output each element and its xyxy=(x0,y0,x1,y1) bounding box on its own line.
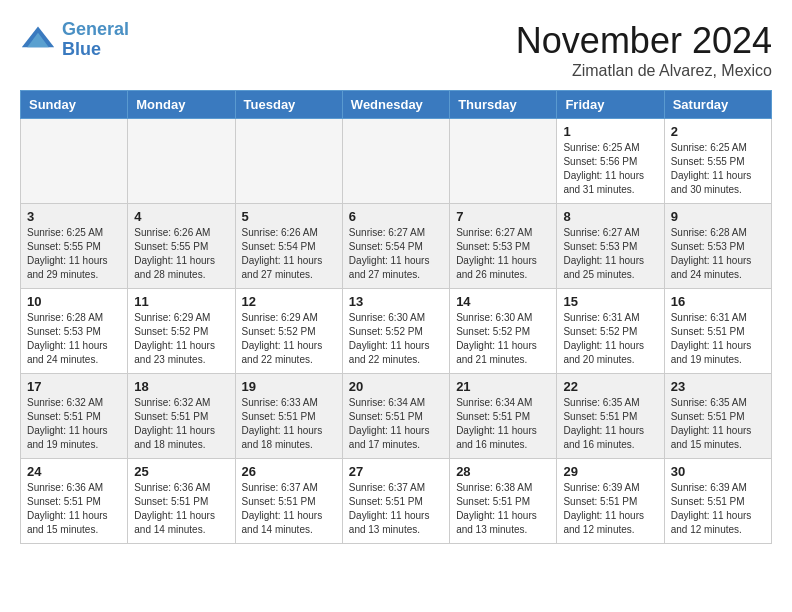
header-monday: Monday xyxy=(128,91,235,119)
day-number: 3 xyxy=(27,209,121,224)
day-cell: 10Sunrise: 6:28 AM Sunset: 5:53 PM Dayli… xyxy=(21,289,128,374)
day-number: 4 xyxy=(134,209,228,224)
day-cell: 2Sunrise: 6:25 AM Sunset: 5:55 PM Daylig… xyxy=(664,119,771,204)
day-info: Sunrise: 6:27 AM Sunset: 5:53 PM Dayligh… xyxy=(456,226,550,282)
day-number: 19 xyxy=(242,379,336,394)
logo-icon xyxy=(20,22,56,58)
day-info: Sunrise: 6:37 AM Sunset: 5:51 PM Dayligh… xyxy=(349,481,443,537)
day-cell: 30Sunrise: 6:39 AM Sunset: 5:51 PM Dayli… xyxy=(664,459,771,544)
day-info: Sunrise: 6:28 AM Sunset: 5:53 PM Dayligh… xyxy=(27,311,121,367)
day-info: Sunrise: 6:36 AM Sunset: 5:51 PM Dayligh… xyxy=(27,481,121,537)
day-number: 6 xyxy=(349,209,443,224)
day-info: Sunrise: 6:27 AM Sunset: 5:54 PM Dayligh… xyxy=(349,226,443,282)
day-info: Sunrise: 6:29 AM Sunset: 5:52 PM Dayligh… xyxy=(242,311,336,367)
month-title: November 2024 xyxy=(516,20,772,62)
day-number: 29 xyxy=(563,464,657,479)
day-cell: 26Sunrise: 6:37 AM Sunset: 5:51 PM Dayli… xyxy=(235,459,342,544)
day-number: 21 xyxy=(456,379,550,394)
day-number: 20 xyxy=(349,379,443,394)
day-number: 10 xyxy=(27,294,121,309)
title-area: November 2024 Zimatlan de Alvarez, Mexic… xyxy=(516,20,772,80)
day-number: 5 xyxy=(242,209,336,224)
day-cell xyxy=(342,119,449,204)
day-number: 30 xyxy=(671,464,765,479)
logo: General Blue xyxy=(20,20,129,60)
day-number: 22 xyxy=(563,379,657,394)
day-cell: 4Sunrise: 6:26 AM Sunset: 5:55 PM Daylig… xyxy=(128,204,235,289)
day-info: Sunrise: 6:35 AM Sunset: 5:51 PM Dayligh… xyxy=(563,396,657,452)
day-cell: 21Sunrise: 6:34 AM Sunset: 5:51 PM Dayli… xyxy=(450,374,557,459)
day-number: 23 xyxy=(671,379,765,394)
day-cell: 9Sunrise: 6:28 AM Sunset: 5:53 PM Daylig… xyxy=(664,204,771,289)
day-number: 16 xyxy=(671,294,765,309)
day-number: 24 xyxy=(27,464,121,479)
day-number: 13 xyxy=(349,294,443,309)
day-cell: 3Sunrise: 6:25 AM Sunset: 5:55 PM Daylig… xyxy=(21,204,128,289)
day-number: 9 xyxy=(671,209,765,224)
day-info: Sunrise: 6:35 AM Sunset: 5:51 PM Dayligh… xyxy=(671,396,765,452)
day-info: Sunrise: 6:39 AM Sunset: 5:51 PM Dayligh… xyxy=(671,481,765,537)
day-info: Sunrise: 6:39 AM Sunset: 5:51 PM Dayligh… xyxy=(563,481,657,537)
day-cell xyxy=(128,119,235,204)
day-number: 1 xyxy=(563,124,657,139)
day-cell: 12Sunrise: 6:29 AM Sunset: 5:52 PM Dayli… xyxy=(235,289,342,374)
day-cell: 13Sunrise: 6:30 AM Sunset: 5:52 PM Dayli… xyxy=(342,289,449,374)
week-row-5: 24Sunrise: 6:36 AM Sunset: 5:51 PM Dayli… xyxy=(21,459,772,544)
day-cell: 29Sunrise: 6:39 AM Sunset: 5:51 PM Dayli… xyxy=(557,459,664,544)
day-number: 2 xyxy=(671,124,765,139)
week-row-3: 10Sunrise: 6:28 AM Sunset: 5:53 PM Dayli… xyxy=(21,289,772,374)
day-info: Sunrise: 6:32 AM Sunset: 5:51 PM Dayligh… xyxy=(134,396,228,452)
day-number: 11 xyxy=(134,294,228,309)
header-wednesday: Wednesday xyxy=(342,91,449,119)
day-number: 8 xyxy=(563,209,657,224)
header-tuesday: Tuesday xyxy=(235,91,342,119)
day-number: 12 xyxy=(242,294,336,309)
day-cell: 14Sunrise: 6:30 AM Sunset: 5:52 PM Dayli… xyxy=(450,289,557,374)
day-info: Sunrise: 6:36 AM Sunset: 5:51 PM Dayligh… xyxy=(134,481,228,537)
day-info: Sunrise: 6:25 AM Sunset: 5:56 PM Dayligh… xyxy=(563,141,657,197)
day-cell: 16Sunrise: 6:31 AM Sunset: 5:51 PM Dayli… xyxy=(664,289,771,374)
header-row: SundayMondayTuesdayWednesdayThursdayFrid… xyxy=(21,91,772,119)
day-cell: 6Sunrise: 6:27 AM Sunset: 5:54 PM Daylig… xyxy=(342,204,449,289)
day-number: 17 xyxy=(27,379,121,394)
week-row-1: 1Sunrise: 6:25 AM Sunset: 5:56 PM Daylig… xyxy=(21,119,772,204)
day-cell: 23Sunrise: 6:35 AM Sunset: 5:51 PM Dayli… xyxy=(664,374,771,459)
header-friday: Friday xyxy=(557,91,664,119)
header-saturday: Saturday xyxy=(664,91,771,119)
day-info: Sunrise: 6:27 AM Sunset: 5:53 PM Dayligh… xyxy=(563,226,657,282)
day-cell: 28Sunrise: 6:38 AM Sunset: 5:51 PM Dayli… xyxy=(450,459,557,544)
day-cell: 15Sunrise: 6:31 AM Sunset: 5:52 PM Dayli… xyxy=(557,289,664,374)
day-info: Sunrise: 6:30 AM Sunset: 5:52 PM Dayligh… xyxy=(456,311,550,367)
location: Zimatlan de Alvarez, Mexico xyxy=(516,62,772,80)
page-header: General Blue November 2024 Zimatlan de A… xyxy=(20,20,772,80)
day-info: Sunrise: 6:33 AM Sunset: 5:51 PM Dayligh… xyxy=(242,396,336,452)
day-number: 25 xyxy=(134,464,228,479)
day-info: Sunrise: 6:34 AM Sunset: 5:51 PM Dayligh… xyxy=(456,396,550,452)
day-info: Sunrise: 6:34 AM Sunset: 5:51 PM Dayligh… xyxy=(349,396,443,452)
day-cell: 27Sunrise: 6:37 AM Sunset: 5:51 PM Dayli… xyxy=(342,459,449,544)
day-cell: 1Sunrise: 6:25 AM Sunset: 5:56 PM Daylig… xyxy=(557,119,664,204)
day-cell: 22Sunrise: 6:35 AM Sunset: 5:51 PM Dayli… xyxy=(557,374,664,459)
day-cell: 5Sunrise: 6:26 AM Sunset: 5:54 PM Daylig… xyxy=(235,204,342,289)
header-thursday: Thursday xyxy=(450,91,557,119)
day-cell: 7Sunrise: 6:27 AM Sunset: 5:53 PM Daylig… xyxy=(450,204,557,289)
header-sunday: Sunday xyxy=(21,91,128,119)
week-row-2: 3Sunrise: 6:25 AM Sunset: 5:55 PM Daylig… xyxy=(21,204,772,289)
day-info: Sunrise: 6:26 AM Sunset: 5:54 PM Dayligh… xyxy=(242,226,336,282)
day-cell xyxy=(21,119,128,204)
day-cell xyxy=(450,119,557,204)
logo-text: General Blue xyxy=(62,20,129,60)
day-info: Sunrise: 6:37 AM Sunset: 5:51 PM Dayligh… xyxy=(242,481,336,537)
day-info: Sunrise: 6:31 AM Sunset: 5:52 PM Dayligh… xyxy=(563,311,657,367)
day-number: 26 xyxy=(242,464,336,479)
day-info: Sunrise: 6:30 AM Sunset: 5:52 PM Dayligh… xyxy=(349,311,443,367)
day-cell: 17Sunrise: 6:32 AM Sunset: 5:51 PM Dayli… xyxy=(21,374,128,459)
day-cell: 18Sunrise: 6:32 AM Sunset: 5:51 PM Dayli… xyxy=(128,374,235,459)
day-info: Sunrise: 6:25 AM Sunset: 5:55 PM Dayligh… xyxy=(671,141,765,197)
day-info: Sunrise: 6:32 AM Sunset: 5:51 PM Dayligh… xyxy=(27,396,121,452)
day-info: Sunrise: 6:28 AM Sunset: 5:53 PM Dayligh… xyxy=(671,226,765,282)
day-number: 7 xyxy=(456,209,550,224)
day-cell: 24Sunrise: 6:36 AM Sunset: 5:51 PM Dayli… xyxy=(21,459,128,544)
day-number: 27 xyxy=(349,464,443,479)
day-cell: 20Sunrise: 6:34 AM Sunset: 5:51 PM Dayli… xyxy=(342,374,449,459)
